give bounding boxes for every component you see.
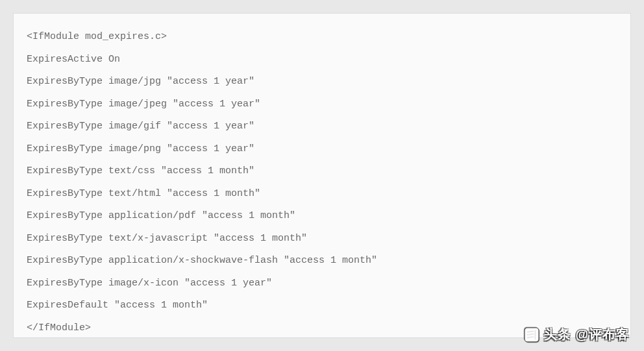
code-line: ExpiresByType text/css "access 1 month" (27, 166, 617, 177)
code-line: ExpiresByType application/pdf "access 1 … (27, 211, 617, 222)
watermark: 头条 @评布客 (523, 326, 630, 343)
watermark-text: 头条 @评布客 (544, 326, 630, 343)
code-line: ExpiresByType text/x-javascript "access … (27, 234, 617, 245)
code-block: <IfModule mod_expires.c> ExpiresActive O… (13, 13, 631, 338)
toutiao-icon (523, 326, 540, 343)
code-line: ExpiresByType image/x-icon "access 1 yea… (27, 278, 617, 289)
code-line: ExpiresByType image/gif "access 1 year" (27, 121, 617, 132)
code-line: ExpiresByType image/jpeg "access 1 year" (27, 99, 617, 110)
code-line: ExpiresByType text/html "access 1 month" (27, 189, 617, 200)
code-line: ExpiresByType image/jpg "access 1 year" (27, 77, 617, 88)
code-line: ExpiresByType application/x-shockwave-fl… (27, 256, 617, 267)
code-line: <IfModule mod_expires.c> (27, 32, 617, 43)
code-line: ExpiresActive On (27, 54, 617, 66)
code-line: ExpiresDefault "access 1 month" (27, 300, 617, 311)
code-line: ExpiresByType image/png "access 1 year" (27, 144, 617, 155)
